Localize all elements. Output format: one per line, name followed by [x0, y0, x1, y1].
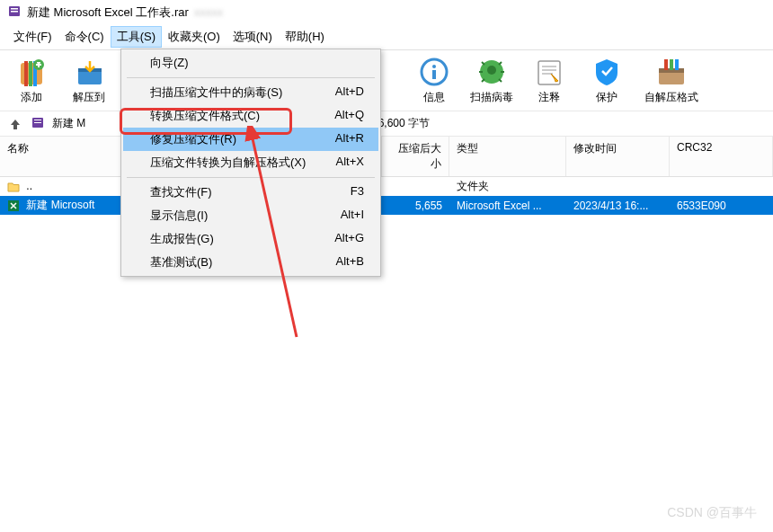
svg-rect-4 [24, 61, 28, 86]
row-type: 文件夹 [449, 177, 566, 196]
list-header: 名称 压缩后大小 类型 修改时间 CRC32 [0, 137, 773, 177]
list-item[interactable]: 新建 Microsoft 5,655 Microsoft Excel ... 2… [0, 196, 773, 215]
svg-rect-20 [670, 59, 673, 70]
menu-help[interactable]: 帮助(H) [279, 26, 331, 48]
col-crc[interactable]: CRC32 [670, 137, 773, 176]
tool-protect[interactable]: 保护 [582, 56, 631, 105]
svg-rect-21 [675, 59, 679, 70]
svg-rect-24 [34, 122, 41, 123]
file-list: .. 文件夹 新建 Microsoft 5,655 Microsoft Exce… [0, 177, 773, 215]
tool-comment-label: 注释 [538, 90, 560, 105]
blurred-text: xxxxx [194, 5, 224, 19]
watermark: CSDN @百事牛 [667, 505, 757, 521]
app-icon [7, 4, 22, 21]
sfx-icon [655, 56, 688, 88]
pathbar: 新建 M 小为 6,600 字节 [0, 111, 773, 137]
col-size[interactable]: 压缩后大小 [382, 137, 449, 176]
dd-separator [127, 177, 375, 178]
dd-show-info[interactable]: 显示信息(I) Alt+I [123, 204, 378, 227]
dd-wizard[interactable]: 向导(Z) [123, 51, 378, 75]
row-name: .. [26, 180, 32, 192]
list-item[interactable]: .. 文件夹 [0, 177, 773, 196]
toolbar: 添加 解压到 信息 扫描病毒 注释 保护 自解压格式 [0, 50, 773, 111]
protect-icon [591, 56, 623, 88]
up-button[interactable] [7, 116, 23, 132]
window-title: 新建 Microsoft Excel 工作表.rar [27, 4, 189, 21]
row-crc: 6533E090 [670, 198, 773, 214]
tool-sfx-label: 自解压格式 [644, 90, 698, 105]
tool-info-label: 信息 [423, 90, 445, 105]
dd-repair[interactable]: 修复压缩文件(R) Alt+R [123, 128, 378, 151]
tool-add-label: 添加 [21, 90, 42, 105]
menu-file[interactable]: 文件(F) [7, 26, 58, 48]
menu-tools[interactable]: 工具(S) [111, 26, 162, 48]
tool-sfx[interactable]: 自解压格式 [640, 56, 703, 105]
archive-icon [31, 115, 45, 132]
extract-icon [73, 56, 105, 88]
info-icon [418, 56, 450, 88]
svg-point-15 [487, 66, 496, 75]
tool-extract-label: 解压到 [73, 90, 105, 105]
dd-benchmark[interactable]: 基准测试(B) Alt+B [123, 251, 378, 274]
dd-convert[interactable]: 转换压缩文件格式(C) Alt+Q [123, 104, 378, 128]
svg-rect-1 [11, 8, 18, 10]
svg-point-12 [432, 65, 436, 68]
tools-dropdown: 向导(Z) 扫描压缩文件中的病毒(S) Alt+D 转换压缩文件格式(C) Al… [120, 49, 381, 277]
menubar: 文件(F) 命令(C) 工具(S) 收藏夹(O) 选项(N) 帮助(H) [0, 24, 773, 50]
excel-icon [7, 200, 20, 212]
row-type: Microsoft Excel ... [449, 198, 566, 214]
svg-rect-13 [432, 70, 436, 79]
row-name: 新建 Microsoft [26, 199, 94, 211]
row-date: 2023/4/13 16:... [566, 198, 670, 214]
tool-scan[interactable]: 扫描病毒 [467, 56, 516, 105]
titlebar: 新建 Microsoft Excel 工作表.rar xxxxx [0, 0, 773, 24]
col-type[interactable]: 类型 [449, 137, 566, 176]
dd-report[interactable]: 生成报告(G) Alt+G [123, 227, 378, 251]
tool-comment[interactable]: 注释 [525, 56, 573, 105]
folder-icon [7, 181, 20, 193]
svg-rect-23 [34, 120, 41, 120]
tool-extract[interactable]: 解压到 [65, 56, 113, 105]
tool-add[interactable]: 添加 [7, 56, 56, 105]
menu-favorites[interactable]: 收藏夹(O) [162, 26, 227, 48]
tool-protect-label: 保护 [596, 90, 618, 105]
tool-scan-label: 扫描病毒 [470, 90, 513, 105]
svg-rect-2 [11, 11, 18, 13]
add-icon [15, 56, 48, 88]
svg-rect-19 [664, 59, 668, 70]
path-filename[interactable]: 新建 M [52, 116, 85, 131]
col-date[interactable]: 修改时间 [566, 137, 670, 176]
tool-info[interactable]: 信息 [410, 56, 458, 105]
dd-find[interactable]: 查找文件(F) F3 [123, 181, 378, 204]
menu-options[interactable]: 选项(N) [227, 26, 279, 48]
row-crc [670, 185, 773, 189]
row-date [566, 185, 670, 189]
comment-icon [533, 56, 565, 88]
row-size [382, 185, 449, 189]
dd-scan-virus[interactable]: 扫描压缩文件中的病毒(S) Alt+D [123, 81, 378, 104]
dd-separator [127, 77, 375, 78]
svg-rect-5 [29, 61, 32, 86]
dd-sfx-convert[interactable]: 压缩文件转换为自解压格式(X) Alt+X [123, 151, 378, 174]
row-size: 5,655 [382, 198, 449, 214]
menu-command[interactable]: 命令(C) [58, 26, 111, 48]
scan-icon [475, 56, 508, 88]
